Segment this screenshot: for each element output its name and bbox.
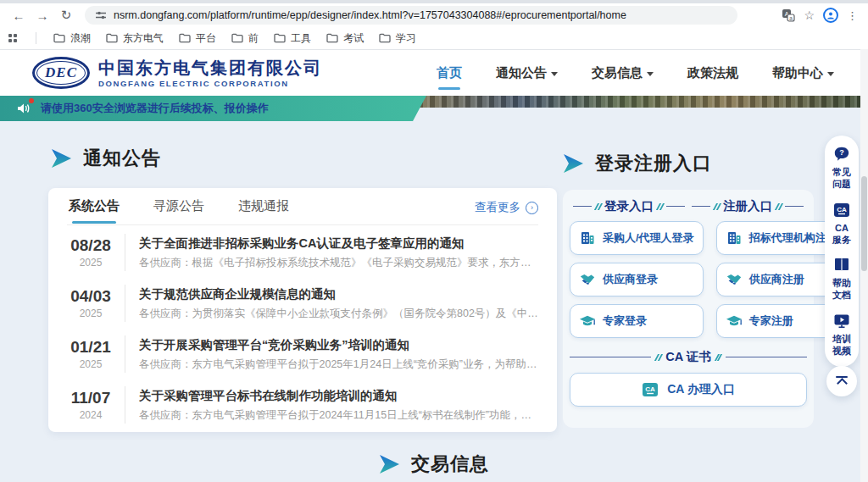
divider	[125, 285, 125, 322]
ca-entry-button[interactable]: CA CA 办理入口	[570, 373, 807, 407]
bookmark-folder[interactable]: 工具	[274, 31, 311, 46]
notice-tab[interactable]: 系统公告	[67, 189, 121, 224]
ca-entry-label: CA 办理入口	[667, 382, 735, 397]
notice-tab[interactable]: 违规通报	[236, 189, 291, 224]
ca-cert-header-label: CA 证书	[665, 349, 710, 365]
bookmark-folder[interactable]: 浪潮	[53, 31, 91, 46]
news-list: 08/28 2025 关于全面推进非招标采购业务CA认证及电子签章应用的通知 各…	[67, 225, 538, 430]
entry-subheaders: 登录入口 注册入口	[570, 198, 807, 214]
nav-item[interactable]: 首页	[435, 60, 464, 86]
news-date: 11/07 2024	[67, 389, 114, 421]
trade-section-header: 交易信息	[0, 452, 868, 477]
browser-toolbar: ← → ↻ nsrm.dongfang.com/platform/runtime…	[0, 3, 868, 27]
grad-cap-icon	[579, 313, 596, 330]
news-body: 关于规范供应商企业规模信息的通知 各供应商：为贯彻落实《保障中小企业款项支付条例…	[139, 286, 538, 321]
bookmarks-divider	[36, 32, 36, 44]
notice-tab[interactable]: 寻源公告	[152, 189, 206, 224]
company-logo[interactable]: DEC 中国东方电气集团有限公司 DONGFANG ELECTRIC CORPO…	[32, 57, 322, 89]
folder-icon	[53, 33, 65, 43]
svg-text:a: a	[790, 15, 793, 21]
scrollbar-track[interactable]	[860, 49, 868, 482]
bookmark-label: 学习	[396, 31, 416, 46]
nav-item[interactable]: 政策法规	[686, 60, 740, 86]
nav-item-label: 通知公告	[496, 65, 547, 81]
nav-item[interactable]: 帮助中心	[771, 60, 836, 86]
bookmark-label: 东方电气	[123, 31, 164, 46]
svg-text:CA: CA	[837, 205, 847, 213]
back-button[interactable]: ←	[8, 5, 29, 25]
news-row[interactable]: 08/28 2025 关于全面推进非招标采购业务CA认证及电子签章应用的通知 各…	[67, 227, 538, 278]
back-to-top-button[interactable]	[826, 366, 857, 396]
bookmark-folder[interactable]: 平台	[179, 31, 216, 46]
company-name-en: DONGFANG ELECTRIC CORPORATION	[98, 79, 322, 88]
view-more-label: 查看更多	[475, 200, 520, 215]
url-text: nsrm.dongfang.com/platform/runtime/epp/d…	[114, 9, 626, 21]
site-settings-icon[interactable]	[95, 9, 107, 21]
chevron-down-icon	[647, 72, 654, 76]
page-frame: ← → ↻ nsrm.dongfang.com/platform/runtime…	[0, 0, 868, 482]
svg-text:?: ?	[839, 148, 844, 157]
building-icon	[579, 230, 596, 247]
register-subheader: 注册入口	[688, 198, 807, 214]
entry-button-grid: 采购人/代理人登录 招标代理机构注册 供应商登录 供应商注册	[570, 221, 807, 338]
translate-icon[interactable]: Aa	[782, 8, 795, 22]
news-date-day: 01/21	[67, 338, 114, 357]
svg-text:CA: CA	[645, 385, 655, 393]
main-nav: 首页 通知公告 交易信息 政策法规	[435, 60, 836, 86]
nav-item-label: 帮助中心	[772, 65, 823, 81]
toolbar-item[interactable]: CA CA 服务	[826, 202, 857, 247]
bookmark-star-icon[interactable]: ☆	[804, 8, 815, 22]
nav-item[interactable]: 交易信息	[590, 60, 655, 86]
toolbar-item[interactable]: ? 常见 问题	[826, 146, 857, 191]
news-row[interactable]: 11/07 2024 关于采购管理平台标书在线制作功能培训的通知 各供应商：东方…	[67, 380, 538, 430]
news-date: 01/21 2025	[67, 338, 114, 370]
news-title: 关于全面推进非招标采购业务CA认证及电子签章应用的通知	[139, 235, 538, 252]
bookmark-folder[interactable]: 前	[231, 31, 259, 46]
news-date: 04/03 2025	[67, 287, 114, 319]
news-date-year: 2024	[67, 409, 114, 421]
notices-tabs: 系统公告 寻源公告 违规通报	[67, 188, 538, 225]
bookmark-label: 工具	[291, 31, 311, 46]
entry-button[interactable]: 采购人/代理人登录	[570, 221, 704, 255]
scrollbar-thumb[interactable]	[861, 176, 867, 271]
folder-icon	[379, 33, 391, 43]
news-body: 关于全面推进非招标采购业务CA认证及电子签章应用的通知 各供应商：根据《电子招标…	[139, 235, 538, 270]
chevron-down-icon	[827, 72, 834, 76]
apps-grid-icon[interactable]	[8, 34, 17, 42]
folder-icon	[326, 33, 338, 43]
video-screen-icon	[833, 313, 850, 330]
toolbar-item-label: 常见 问题	[832, 166, 851, 191]
reload-button[interactable]: ↻	[56, 5, 76, 25]
chrome-menu-icon[interactable]: ⋮	[847, 9, 858, 22]
toolbar-item[interactable]: 帮助 文档	[826, 257, 857, 302]
entry-button[interactable]: 供应商登录	[570, 263, 704, 296]
address-bar[interactable]: nsrm.dongfang.com/platform/runtime/epp/d…	[85, 6, 737, 25]
toolbar-item[interactable]: 培训 视频	[826, 313, 857, 357]
nav-item[interactable]: 通知公告	[494, 60, 559, 86]
notices-section-title: 通知公告	[83, 146, 161, 171]
login-subheader: 登录入口	[570, 198, 688, 214]
divider	[125, 386, 125, 424]
news-body: 关于开展采购管理平台“竞价采购业务”培训的通知 各供应商：东方电气采购管理平台拟…	[139, 337, 538, 372]
news-row[interactable]: 01/21 2025 关于开展采购管理平台“竞价采购业务”培训的通知 各供应商：…	[67, 329, 538, 380]
nav-item-label: 交易信息	[592, 65, 643, 81]
news-desc: 各供应商：东方电气采购管理平台拟于2024年11月15日上线“标书在线制作”功能…	[139, 408, 538, 423]
forward-button[interactable]: →	[32, 5, 53, 25]
circle-arrow-right-icon: ›	[526, 202, 538, 214]
toolbar-item-label: 帮助 文档	[832, 277, 851, 302]
bookmark-folder[interactable]: 考试	[326, 31, 364, 46]
view-more-link[interactable]: 查看更多 ›	[475, 200, 538, 215]
news-row[interactable]: 04/03 2025 关于规范供应商企业规模信息的通知 各供应商：为贯彻落实《保…	[67, 278, 538, 329]
entry-button[interactable]: 专家登录	[570, 304, 704, 338]
news-date-year: 2025	[67, 307, 114, 319]
site-header: DEC 中国东方电气集团有限公司 DONGFANG ELECTRIC CORPO…	[0, 50, 868, 96]
news-date-day: 04/03	[67, 287, 114, 306]
bookmark-folder[interactable]: 学习	[379, 31, 416, 46]
toolbar-right: Aa ☆ ⋮	[782, 8, 860, 23]
bookmark-label: 前	[248, 31, 259, 46]
news-title: 关于开展采购管理平台“竞价采购业务”培训的通知	[139, 337, 538, 353]
bookmark-folder[interactable]: 东方电气	[106, 31, 164, 46]
login-panel: 登录入口 注册入口 采购人/代理人登录 招标代理机构注册	[563, 190, 814, 428]
ca-blue-icon: CA	[833, 202, 850, 219]
profile-avatar[interactable]	[823, 8, 838, 23]
